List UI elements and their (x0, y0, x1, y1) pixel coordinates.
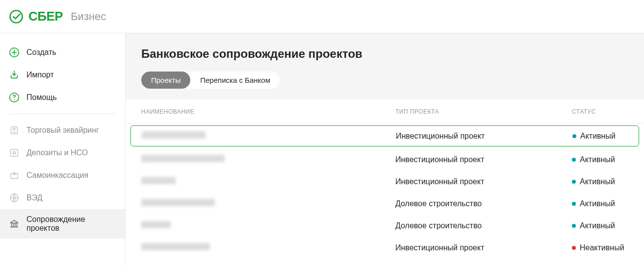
cell-type: Долевое строительство (395, 199, 572, 208)
sidebar-item-label: Создать (26, 48, 56, 57)
import-icon (9, 70, 20, 80)
cell-type: Долевое строительство (395, 221, 572, 230)
svg-point-0 (10, 10, 23, 23)
sidebar-item-label: Импорт (26, 71, 54, 79)
sidebar-item-label: Сопровождение проектов (26, 215, 116, 233)
cell-status: Активный (572, 177, 628, 186)
column-header-name: НАИМЕНОВАНИЕ (141, 108, 395, 115)
status-text: Неактивный (580, 243, 624, 252)
cell-type: Инвестиционный проект (395, 177, 572, 186)
cell-status: Активный (572, 199, 628, 208)
svg-point-8 (14, 152, 15, 153)
tabs: Проекты Переписка с Банком (141, 72, 280, 89)
money-in-icon (9, 170, 20, 181)
globe-currency-icon (9, 193, 20, 203)
redacted-name (141, 243, 210, 250)
redacted-name (142, 131, 206, 139)
sidebar: Создать Импорт Помощь Торговый эквайринг (0, 33, 126, 266)
table-header: НАИМЕНОВАНИЕ ТИП ПРОЕКТА СТАТУС (126, 99, 644, 123)
sidebar-item-project-support[interactable]: Сопровождение проектов (0, 209, 125, 239)
sidebar-item-foreign-trade[interactable]: ВЭД (0, 187, 125, 209)
redacted-name (141, 221, 171, 228)
sidebar-item-acquiring[interactable]: Торговый эквайринг (0, 119, 125, 142)
cell-status: Активный (572, 221, 628, 230)
table-row[interactable]: Инвестиционный проект Активный (130, 125, 639, 146)
table-row[interactable]: Инвестиционный проект Неактивный (126, 237, 644, 259)
tab-projects[interactable]: Проекты (141, 72, 190, 89)
card-terminal-icon (9, 125, 20, 136)
svg-point-5 (13, 128, 15, 130)
bank-ruble-icon (9, 218, 20, 229)
table-row[interactable]: Инвестиционный проект Активный (126, 170, 644, 193)
redacted-name (141, 177, 176, 184)
status-dot-icon (572, 246, 576, 250)
cell-type: Инвестиционный проект (395, 243, 572, 252)
sber-logo-icon (9, 9, 24, 24)
status-dot-icon (572, 224, 576, 228)
redacted-name (141, 199, 215, 206)
sidebar-item-label: Депозиты и НСО (26, 148, 88, 157)
help-circle-icon (9, 92, 20, 103)
sidebar-divider (9, 114, 116, 114)
cell-type: Инвестиционный проект (396, 132, 572, 141)
page-title: Банковское сопровождение проектов (141, 47, 628, 61)
brand-suffix: Бизнес (71, 10, 106, 23)
redacted-name (141, 155, 225, 162)
sidebar-item-deposits[interactable]: Депозиты и НСО (0, 142, 125, 164)
safe-icon (9, 147, 20, 158)
table-row[interactable]: Долевое строительство Активный (126, 215, 644, 237)
status-dot-icon (572, 158, 576, 162)
cell-status: Активный (572, 132, 628, 141)
status-dot-icon (572, 202, 576, 206)
cell-status: Активный (572, 155, 628, 164)
sidebar-item-label: Помощь (26, 93, 57, 102)
status-text: Активный (580, 132, 616, 141)
status-dot-icon (572, 134, 576, 138)
status-text: Активный (580, 199, 615, 208)
brand-name: СБЕР (28, 9, 63, 24)
column-header-type: ТИП ПРОЕКТА (395, 108, 572, 115)
status-text: Активный (580, 155, 615, 164)
sidebar-item-label: Торговый эквайринг (26, 126, 99, 135)
sidebar-item-help[interactable]: Помощь (0, 86, 125, 109)
column-header-status: СТАТУС (572, 108, 628, 115)
sidebar-item-self-collection[interactable]: Самоинкассация (0, 164, 125, 187)
plus-circle-icon (9, 47, 20, 58)
sidebar-item-import[interactable]: Импорт (0, 64, 125, 86)
table-row[interactable]: Долевое строительство Активный (126, 193, 644, 215)
table-row[interactable]: Инвестиционный проект Активный (126, 148, 644, 170)
app-header: СБЕР Бизнес (0, 0, 644, 33)
brand-logo[interactable]: СБЕР Бизнес (9, 9, 106, 24)
main-content: Банковское сопровождение проектов Проект… (126, 33, 644, 266)
tab-bank-correspondence[interactable]: Переписка с Банком (190, 72, 280, 89)
status-dot-icon (572, 180, 576, 184)
cell-type: Инвестиционный проект (395, 155, 572, 164)
svg-point-3 (14, 99, 15, 100)
sidebar-item-label: Самоинкассация (26, 171, 88, 180)
page-header-area: Банковское сопровождение проектов Проект… (126, 33, 644, 99)
cell-status: Неактивный (572, 243, 628, 252)
sidebar-item-create[interactable]: Создать (0, 41, 125, 64)
sidebar-item-label: ВЭД (26, 193, 42, 202)
status-text: Активный (580, 177, 615, 186)
status-text: Активный (580, 221, 615, 230)
